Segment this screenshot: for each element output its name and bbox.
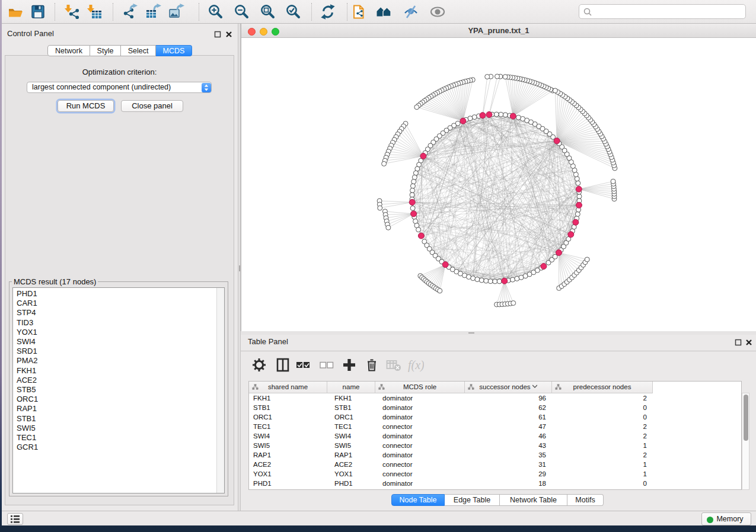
tab-network[interactable]: Network [47,45,90,56]
mcds-result-item[interactable]: GCR1 [17,443,38,452]
cell-shared-name: RAP1 [249,450,327,460]
node-table[interactable]: shared namenameMCDS rolesuccessor nodes … [248,381,742,490]
column-header-shared-name[interactable]: shared name [249,382,327,393]
cell-predecessor-nodes: 1 [552,441,653,450]
cell-name: ACE2 [327,460,375,469]
search-input[interactable] [579,4,746,19]
cell-successor-nodes: 35 [465,450,552,460]
zoom-out-icon[interactable] [234,4,250,20]
deselect-all-icon[interactable] [318,357,335,373]
tab-node-table[interactable]: Node Table [391,494,445,506]
save-session-icon[interactable] [30,4,46,20]
table-row[interactable]: ACE2ACE2connector311 [249,460,653,469]
zoom-in-icon[interactable] [208,4,224,20]
delete-column-icon[interactable] [363,357,380,373]
new-network-icon[interactable] [351,4,368,20]
table-panel-close-icon[interactable] [745,338,752,348]
tab-motifs[interactable]: Motifs [567,494,604,506]
mcds-result-item[interactable]: YOX1 [17,328,38,337]
mcds-result-item[interactable]: TEC1 [17,433,38,443]
tab-mcds[interactable]: MCDS [156,45,192,56]
cell-MCDS-role: dominator [375,479,465,488]
column-header-MCDS-role[interactable]: MCDS role [375,382,465,393]
mcds-result-item[interactable]: SWI4 [17,337,38,347]
control-panel: Control Panel NetworkStyleSelectMCDS Opt… [2,24,238,511]
mcds-result-item[interactable]: RAP1 [17,404,38,414]
mcds-result-item[interactable]: SRD1 [17,347,38,356]
cell-MCDS-role: connector [375,460,465,469]
table-header: shared namenameMCDS rolesuccessor nodes … [249,382,653,393]
column-header-predecessor-nodes[interactable]: predecessor nodes [552,382,653,393]
control-panel-float-icon[interactable] [214,30,221,40]
add-column-icon[interactable] [341,357,358,373]
table-row[interactable]: YOX1YOX1connector291 [249,469,653,479]
mcds-result-item[interactable]: STP4 [17,308,38,318]
cell-MCDS-role: connector [375,469,465,479]
table-row[interactable]: STB1STB1dominator620 [249,403,653,412]
tab-select[interactable]: Select [121,45,156,56]
cell-name: YOX1 [327,469,375,479]
column-header-name[interactable]: name [327,382,375,393]
open-session-icon[interactable] [8,4,24,20]
mcds-result-item[interactable]: FKH1 [17,366,38,376]
settings-gear-icon[interactable] [251,357,267,373]
export-table-icon[interactable] [145,4,162,20]
toggle-column-icon[interactable] [275,357,291,373]
show-graphics-icon[interactable] [429,4,446,20]
import-network-icon[interactable] [64,4,81,20]
tab-style[interactable]: Style [90,45,121,56]
home-icon[interactable] [376,4,393,20]
cell-MCDS-role: dominator [375,403,465,412]
table-row[interactable]: SWI4SWI4dominator462 [249,431,653,441]
memory-button[interactable]: Memory [701,512,751,525]
tab-network-table[interactable]: Network Table [500,494,567,506]
dropdown-stepper-icon[interactable] [202,83,211,92]
delete-table-icon [385,357,402,373]
mcds-result-item[interactable]: TID3 [17,318,38,328]
select-all-icon[interactable] [295,357,312,373]
status-bar: Memory [2,511,756,525]
hide-graphics-icon[interactable] [403,4,419,20]
import-table-icon[interactable] [87,4,103,20]
close-panel-button[interactable]: Close panel [121,100,183,112]
cell-predecessor-nodes: 0 [552,412,653,422]
export-image-icon[interactable] [168,4,185,20]
network-canvas[interactable] [241,38,756,331]
table-row[interactable]: FKH1FKH1dominator962 [249,393,653,403]
cell-shared-name: SWI4 [249,431,327,441]
mcds-result-item[interactable]: ACE2 [17,376,38,385]
cell-name: RAP1 [327,450,375,460]
zoom-fit-icon[interactable] [260,4,276,20]
mcds-result-item[interactable]: PHD1 [17,289,38,299]
tab-edge-table[interactable]: Edge Table [445,494,500,506]
mcds-result-item[interactable]: SWI5 [17,424,38,433]
mcds-result-item[interactable]: STB1 [17,414,38,424]
table-scrollbar-thumb[interactable] [744,395,748,441]
table-row[interactable]: ORC1ORC1dominator610 [249,412,653,422]
cell-MCDS-role: dominator [375,412,465,422]
mcds-result-item[interactable]: PMA2 [17,356,38,366]
mcds-result-group: MCDS result (17 nodes) PHD1CAR1STP4TID3Y… [9,277,228,496]
refresh-icon[interactable] [320,4,336,20]
mcds-result-item[interactable]: STB5 [17,385,38,395]
table-row[interactable]: SWI5SWI5connector431 [249,441,653,450]
table-row[interactable]: TEC1TEC1connector472 [249,422,653,431]
table-row[interactable]: RAP1RAP1dominator352 [249,450,653,460]
export-network-icon[interactable] [122,4,138,20]
column-header-successor-nodes[interactable]: successor nodes [465,382,552,393]
mcds-result-title: MCDS result (17 nodes) [12,277,98,286]
table-row[interactable]: PHD1PHD1dominator180 [249,479,653,488]
table-panel-float-icon[interactable] [735,338,742,348]
zoom-selected-icon[interactable] [285,4,302,20]
run-mcds-button[interactable]: Run MCDS [58,100,114,112]
list-scrollbar[interactable] [216,288,224,493]
optimization-criterion-select[interactable]: largest connected component (undirected) [27,82,212,93]
mcds-result-item[interactable]: ORC1 [17,395,38,404]
control-panel-close-icon[interactable] [225,30,232,40]
cell-shared-name: TEC1 [249,422,327,431]
mcds-result-list[interactable]: PHD1CAR1STP4TID3YOX1SWI4SRD1PMA2FKH1ACE2… [12,287,225,493]
table-scrollbar[interactable] [742,393,749,490]
task-history-button[interactable] [7,513,23,525]
mcds-result-item[interactable]: CAR1 [17,299,38,308]
network-window-titlebar[interactable]: YPA_prune.txt_1 [241,24,756,38]
